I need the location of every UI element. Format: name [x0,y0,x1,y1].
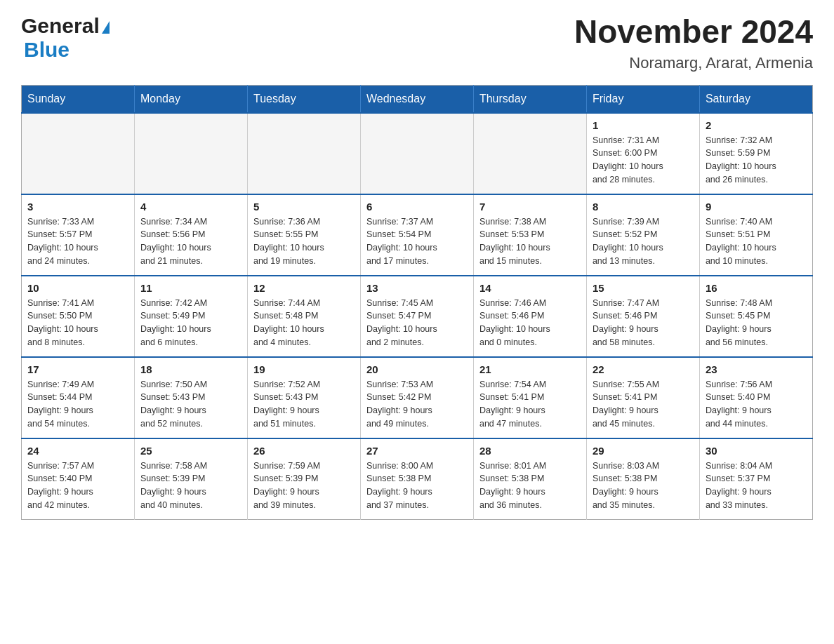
calendar-day-cell [360,113,473,194]
day-info: Sunrise: 7:48 AMSunset: 5:45 PMDaylight:… [706,297,807,349]
day-number: 3 [27,201,128,213]
day-info: Sunrise: 8:03 AMSunset: 5:38 PMDaylight:… [593,459,694,512]
day-info: Sunrise: 7:50 AMSunset: 5:43 PMDaylight:… [140,378,241,431]
calendar-day-cell: 17Sunrise: 7:49 AMSunset: 5:44 PMDayligh… [22,357,135,438]
day-number: 21 [479,363,581,375]
calendar-day-cell: 23Sunrise: 7:56 AMSunset: 5:40 PMDayligh… [699,357,812,438]
day-number: 8 [593,201,694,213]
logo-blue-text: Blue [24,38,70,62]
day-number: 12 [253,282,355,294]
day-number: 25 [140,445,241,457]
day-info: Sunrise: 7:39 AMSunset: 5:52 PMDaylight:… [593,215,694,268]
day-number: 4 [140,201,241,213]
day-info: Sunrise: 7:59 AMSunset: 5:39 PMDaylight:… [253,459,355,512]
day-info: Sunrise: 7:52 AMSunset: 5:43 PMDaylight:… [253,378,355,431]
calendar-day-cell: 10Sunrise: 7:41 AMSunset: 5:50 PMDayligh… [22,276,135,357]
day-number: 14 [479,282,581,294]
day-number: 22 [593,363,694,375]
calendar-day-cell: 30Sunrise: 8:04 AMSunset: 5:37 PMDayligh… [699,438,812,520]
calendar-day-cell: 20Sunrise: 7:53 AMSunset: 5:42 PMDayligh… [360,357,473,438]
day-number: 26 [253,445,355,457]
day-info: Sunrise: 8:00 AMSunset: 5:38 PMDaylight:… [366,459,468,512]
calendar-day-cell: 6Sunrise: 7:37 AMSunset: 5:54 PMDaylight… [360,194,473,276]
calendar-day-cell: 11Sunrise: 7:42 AMSunset: 5:49 PMDayligh… [134,276,247,357]
calendar-week-row: 1Sunrise: 7:31 AMSunset: 6:00 PMDaylight… [22,113,813,194]
day-info: Sunrise: 8:04 AMSunset: 5:37 PMDaylight:… [706,459,807,512]
calendar-day-cell: 27Sunrise: 8:00 AMSunset: 5:38 PMDayligh… [360,438,473,520]
day-number: 19 [253,363,355,375]
calendar-week-row: 3Sunrise: 7:33 AMSunset: 5:57 PMDaylight… [22,194,813,276]
day-info: Sunrise: 7:38 AMSunset: 5:53 PMDaylight:… [479,215,581,268]
calendar-day-cell: 21Sunrise: 7:54 AMSunset: 5:41 PMDayligh… [473,357,586,438]
logo-triangle-icon [102,21,110,34]
day-info: Sunrise: 7:58 AMSunset: 5:39 PMDaylight:… [140,459,241,512]
day-number: 18 [140,363,241,375]
day-info: Sunrise: 7:57 AMSunset: 5:40 PMDaylight:… [27,459,128,512]
day-info: Sunrise: 7:54 AMSunset: 5:41 PMDaylight:… [479,378,581,431]
day-number: 23 [706,363,807,375]
calendar-day-cell: 14Sunrise: 7:46 AMSunset: 5:46 PMDayligh… [473,276,586,357]
title-section: November 2024 Noramarg, Ararat, Armenia [574,14,813,72]
calendar-day-cell: 26Sunrise: 7:59 AMSunset: 5:39 PMDayligh… [247,438,360,520]
day-number: 15 [593,282,694,294]
day-info: Sunrise: 7:34 AMSunset: 5:56 PMDaylight:… [140,215,241,268]
calendar-header-friday: Friday [586,85,699,113]
day-number: 16 [706,282,807,294]
day-number: 20 [366,363,468,375]
calendar-day-cell: 24Sunrise: 7:57 AMSunset: 5:40 PMDayligh… [22,438,135,520]
calendar-day-cell: 19Sunrise: 7:52 AMSunset: 5:43 PMDayligh… [247,357,360,438]
calendar-table: SundayMondayTuesdayWednesdayThursdayFrid… [21,85,813,520]
day-number: 2 [706,119,807,131]
calendar-header-wednesday: Wednesday [360,85,473,113]
day-info: Sunrise: 7:46 AMSunset: 5:46 PMDaylight:… [479,297,581,349]
logo: General Blue [21,14,110,62]
day-number: 13 [366,282,468,294]
calendar-day-cell: 7Sunrise: 7:38 AMSunset: 5:53 PMDaylight… [473,194,586,276]
day-info: Sunrise: 7:31 AMSunset: 6:00 PMDaylight:… [593,134,694,187]
day-info: Sunrise: 7:36 AMSunset: 5:55 PMDaylight:… [253,215,355,268]
calendar-day-cell [473,113,586,194]
calendar-day-cell: 4Sunrise: 7:34 AMSunset: 5:56 PMDaylight… [134,194,247,276]
calendar-header-thursday: Thursday [473,85,586,113]
calendar-day-cell [22,113,135,194]
calendar-week-row: 17Sunrise: 7:49 AMSunset: 5:44 PMDayligh… [22,357,813,438]
calendar-day-cell: 9Sunrise: 7:40 AMSunset: 5:51 PMDaylight… [699,194,812,276]
day-number: 1 [593,119,694,131]
calendar-day-cell: 12Sunrise: 7:44 AMSunset: 5:48 PMDayligh… [247,276,360,357]
calendar-day-cell: 15Sunrise: 7:47 AMSunset: 5:46 PMDayligh… [586,276,699,357]
calendar-header-tuesday: Tuesday [247,85,360,113]
day-info: Sunrise: 7:56 AMSunset: 5:40 PMDaylight:… [706,378,807,431]
calendar-day-cell: 28Sunrise: 8:01 AMSunset: 5:38 PMDayligh… [473,438,586,520]
calendar-day-cell: 25Sunrise: 7:58 AMSunset: 5:39 PMDayligh… [134,438,247,520]
day-number: 11 [140,282,241,294]
day-info: Sunrise: 7:49 AMSunset: 5:44 PMDaylight:… [27,378,128,431]
calendar-day-cell: 3Sunrise: 7:33 AMSunset: 5:57 PMDaylight… [22,194,135,276]
calendar-day-cell: 16Sunrise: 7:48 AMSunset: 5:45 PMDayligh… [699,276,812,357]
calendar-header-monday: Monday [134,85,247,113]
calendar-subtitle: Noramarg, Ararat, Armenia [574,54,813,72]
day-info: Sunrise: 7:53 AMSunset: 5:42 PMDaylight:… [366,378,468,431]
day-info: Sunrise: 7:41 AMSunset: 5:50 PMDaylight:… [27,297,128,349]
calendar-week-row: 24Sunrise: 7:57 AMSunset: 5:40 PMDayligh… [22,438,813,520]
day-info: Sunrise: 7:45 AMSunset: 5:47 PMDaylight:… [366,297,468,349]
calendar-day-cell [247,113,360,194]
day-number: 17 [27,363,128,375]
day-info: Sunrise: 7:47 AMSunset: 5:46 PMDaylight:… [593,297,694,349]
calendar-day-cell: 29Sunrise: 8:03 AMSunset: 5:38 PMDayligh… [586,438,699,520]
day-info: Sunrise: 7:40 AMSunset: 5:51 PMDaylight:… [706,215,807,268]
day-info: Sunrise: 7:55 AMSunset: 5:41 PMDaylight:… [593,378,694,431]
day-info: Sunrise: 7:32 AMSunset: 5:59 PMDaylight:… [706,134,807,187]
day-number: 27 [366,445,468,457]
calendar-day-cell: 13Sunrise: 7:45 AMSunset: 5:47 PMDayligh… [360,276,473,357]
calendar-day-cell: 1Sunrise: 7:31 AMSunset: 6:00 PMDaylight… [586,113,699,194]
day-number: 24 [27,445,128,457]
day-number: 5 [253,201,355,213]
day-number: 30 [706,445,807,457]
calendar-day-cell: 2Sunrise: 7:32 AMSunset: 5:59 PMDaylight… [699,113,812,194]
day-number: 6 [366,201,468,213]
day-info: Sunrise: 7:44 AMSunset: 5:48 PMDaylight:… [253,297,355,349]
calendar-title: November 2024 [574,14,813,50]
day-number: 28 [479,445,581,457]
day-info: Sunrise: 7:42 AMSunset: 5:49 PMDaylight:… [140,297,241,349]
logo-general-text: General [21,14,100,38]
